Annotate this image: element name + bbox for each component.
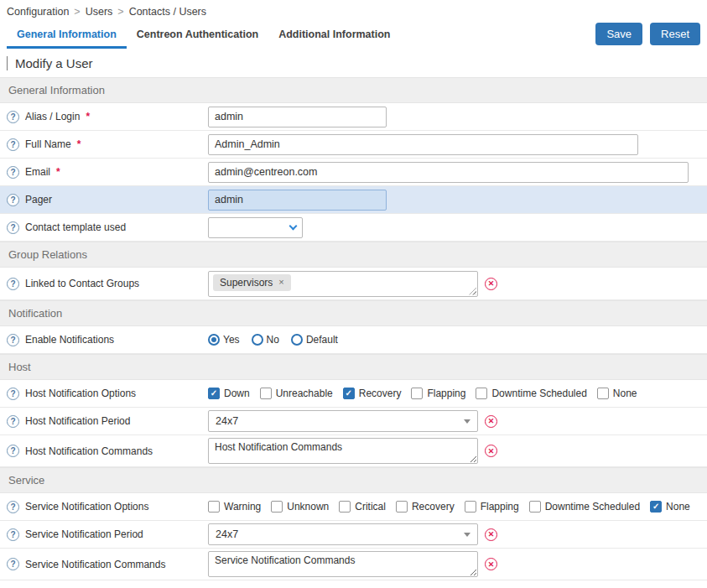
row-contact-template: ? Contact template used [0, 214, 707, 242]
help-icon[interactable]: ? [7, 415, 19, 428]
checkbox-host-down[interactable]: ✓ Down [208, 388, 250, 399]
checkbox-label: Flapping [481, 501, 519, 513]
tab-centreon-authentication[interactable]: Centreon Authentication [127, 21, 268, 49]
checkbox-host-flapping[interactable]: ✓ Flapping [411, 388, 465, 399]
checkbox-icon[interactable]: ✓ [339, 501, 351, 513]
checkbox-host-unreachable[interactable]: ✓ Unreachable [260, 388, 333, 399]
field-control: ✓ Down ✓ Unreachable ✓ Recovery ✓ Flappi… [208, 388, 700, 399]
host-notification-commands-input[interactable]: Host Notification Commands [208, 438, 478, 464]
help-icon[interactable]: ? [7, 194, 19, 206]
checkbox-icon[interactable]: ✓ [411, 388, 423, 399]
help-icon[interactable]: ? [7, 501, 19, 513]
checkbox-icon[interactable]: ✓ [476, 388, 487, 399]
check-glyph: ✓ [211, 389, 217, 398]
clear-selection-icon[interactable]: ✕ [485, 415, 497, 428]
help-icon[interactable]: ? [7, 528, 19, 541]
radio-icon[interactable] [291, 334, 303, 346]
clear-selection-icon[interactable]: ✕ [485, 528, 497, 541]
radio-label: Default [306, 334, 338, 346]
alias-login-input[interactable] [208, 107, 387, 127]
checkbox-icon[interactable]: ✓ [465, 501, 476, 513]
service-notification-period-select[interactable]: 24x7 [208, 523, 478, 545]
host-notification-period-select[interactable]: 24x7 [208, 410, 478, 432]
help-icon[interactable]: ? [7, 334, 19, 346]
row-service-notification-period: ? Service Notification Period 24x7 ✕ [0, 521, 707, 549]
checkbox-service-flapping[interactable]: ✓ Flapping [465, 501, 519, 513]
clear-selection-icon[interactable]: ✕ [485, 278, 497, 290]
checkbox-icon[interactable]: ✓ [396, 501, 408, 513]
radio-label: Yes [223, 334, 240, 346]
tab-additional-information[interactable]: Additional Information [268, 21, 400, 49]
checkbox-service-downtime-scheduled[interactable]: ✓ Downtime Scheduled [529, 501, 640, 513]
help-icon[interactable]: ? [7, 111, 19, 123]
help-icon[interactable]: ? [7, 278, 19, 290]
field-label: Email [25, 166, 50, 178]
radio-default[interactable]: Default [291, 334, 338, 346]
help-icon[interactable]: ? [7, 558, 19, 570]
help-icon[interactable]: ? [7, 166, 19, 179]
chip-label: Supervisors [220, 277, 273, 289]
checkbox-icon[interactable]: ✓ [529, 501, 541, 513]
checkbox-label: Unknown [287, 501, 329, 513]
help-icon[interactable]: ? [7, 445, 19, 457]
checkbox-host-downtime-scheduled[interactable]: ✓ Downtime Scheduled [476, 388, 586, 399]
checkbox-icon[interactable]: ✓ [208, 388, 220, 399]
checkbox-icon[interactable]: ✓ [271, 501, 283, 513]
full-name-input[interactable] [208, 134, 638, 155]
checkbox-service-none[interactable]: ✓ None [650, 501, 690, 513]
radio-no[interactable]: No [252, 334, 279, 346]
breadcrumb-configuration[interactable]: Configuration [7, 6, 69, 18]
checkbox-host-recovery[interactable]: ✓ Recovery [343, 388, 402, 399]
checkbox-service-warning[interactable]: ✓ Warning [208, 501, 261, 513]
help-icon[interactable]: ? [7, 221, 19, 234]
field-label: Host Notification Commands [25, 445, 153, 457]
field-label-group: ? Alias / Login * [7, 111, 208, 123]
tab-general-information[interactable]: General Information [7, 21, 127, 49]
checkbox-icon[interactable]: ✓ [597, 388, 609, 399]
checkbox-service-critical[interactable]: ✓ Critical [339, 501, 386, 513]
checkbox-label: None [666, 501, 690, 513]
save-button[interactable]: Save [595, 23, 642, 45]
chip-remove-icon[interactable]: × [278, 278, 283, 287]
section-header-notification: Notification [0, 300, 707, 326]
checkbox-service-unknown[interactable]: ✓ Unknown [271, 501, 329, 513]
row-enable-notifications: ? Enable Notifications Yes No Default [0, 326, 707, 354]
email-input[interactable] [208, 162, 689, 183]
checkbox-icon[interactable]: ✓ [260, 388, 272, 399]
checkbox-icon[interactable]: ✓ [208, 501, 220, 513]
tab-bar: General Information Centreon Authenticat… [0, 21, 707, 49]
breadcrumb-contacts-users[interactable]: Contacts / Users [129, 6, 206, 18]
radio-icon[interactable] [252, 334, 263, 346]
clear-selection-icon[interactable]: ✕ [485, 445, 497, 457]
pager-input[interactable] [208, 190, 387, 211]
breadcrumb-users[interactable]: Users [86, 6, 113, 18]
field-label-group: ? Pager [7, 194, 208, 206]
radio-icon[interactable] [208, 334, 220, 346]
checkbox-icon[interactable]: ✓ [650, 501, 662, 513]
service-notification-commands-input[interactable]: Service Notification Commands [208, 551, 478, 577]
checkbox-host-none[interactable]: ✓ None [597, 388, 637, 399]
question-glyph: ? [10, 417, 15, 426]
radio-yes[interactable]: Yes [208, 334, 240, 346]
field-label: Enable Notifications [25, 334, 114, 346]
reset-button[interactable]: Reset [650, 23, 700, 45]
checkbox-label: Recovery [359, 388, 402, 399]
question-glyph: ? [10, 168, 15, 177]
help-icon[interactable]: ? [7, 138, 19, 151]
x-glyph: ✕ [488, 530, 495, 539]
field-control: 24x7 ✕ [208, 410, 700, 432]
field-label-group: ? Enable Notifications [7, 334, 208, 346]
field-control: Service Notification Commands ✕ [208, 551, 700, 577]
help-icon[interactable]: ? [7, 388, 19, 400]
field-label-group: ? Service Notification Commands [7, 558, 208, 570]
contact-groups-multiselect[interactable]: Supervisors × [208, 271, 478, 297]
resize-handle[interactable] [469, 288, 476, 295]
row-full-name: ? Full Name * [0, 131, 707, 159]
checkbox-icon[interactable]: ✓ [343, 388, 355, 399]
checkbox-service-recovery[interactable]: ✓ Recovery [396, 501, 455, 513]
clear-selection-icon[interactable]: ✕ [485, 558, 497, 570]
field-control: ✓ Warning ✓ Unknown ✓ Critical ✓ Recover… [208, 501, 700, 513]
contact-template-select[interactable] [208, 217, 303, 238]
question-glyph: ? [10, 195, 15, 205]
field-label-group: ? Linked to Contact Groups [7, 278, 208, 290]
